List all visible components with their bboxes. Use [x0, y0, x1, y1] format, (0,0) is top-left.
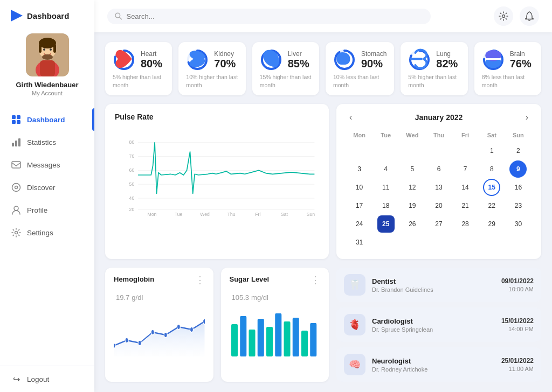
appt-hour: 14:00 PM — [501, 326, 534, 332]
sidebar-item-statistics[interactable]: Statistics — [0, 131, 94, 153]
organ-icon — [333, 48, 356, 72]
calendar-day[interactable]: 17 — [351, 197, 368, 214]
calendar-prev-button[interactable]: ‹ — [346, 111, 355, 123]
logout-button[interactable]: ↪ Logout — [0, 366, 94, 392]
avatar — [26, 33, 69, 76]
svg-rect-17 — [18, 138, 20, 146]
svg-point-65 — [151, 330, 154, 335]
health-card-top: Brain 76% — [482, 48, 534, 71]
pulse-rate-card: Pulse Rate 80 70 60 50 40 20 — [105, 104, 329, 259]
settings-icon — [11, 227, 22, 238]
main-content: Heart 80% 5% higher than last month Kidn… — [94, 0, 552, 392]
settings-button[interactable] — [494, 6, 513, 26]
calendar-day[interactable]: 16 — [509, 179, 527, 196]
health-card-stomach: Stomach 90% 10% less than last month — [326, 42, 394, 95]
sugar-menu[interactable]: ⋮ — [310, 275, 320, 285]
calendar-day — [483, 234, 500, 251]
calendar-day[interactable]: 2 — [509, 142, 527, 159]
calendar-day[interactable]: 24 — [351, 215, 368, 233]
calendar-day[interactable]: 28 — [457, 215, 474, 233]
svg-point-22 — [15, 232, 18, 234]
calendar-grid: MonTueWedThuFriSatSun1234567891011121314… — [346, 130, 532, 251]
appt-date: 15/01/2022 — [501, 317, 534, 325]
svg-rect-3 — [40, 60, 55, 76]
calendar-day[interactable]: 30 — [509, 215, 527, 233]
health-card-sub: 5% higher than last month — [408, 73, 460, 89]
search-bar[interactable] — [107, 9, 431, 24]
appt-time: 15/01/2022 14:00 PM — [501, 317, 534, 332]
calendar-day[interactable]: 22 — [483, 197, 500, 214]
calendar-day[interactable]: 13 — [430, 179, 447, 196]
notifications-button[interactable] — [520, 6, 539, 26]
sidebar-item-settings[interactable]: Settings — [0, 221, 94, 244]
health-ring — [482, 48, 505, 71]
appt-time: 09/01/2022 10:00 AM — [501, 277, 534, 292]
calendar-day[interactable]: 5 — [404, 160, 421, 178]
organ-icon — [186, 48, 209, 72]
health-card-kidney: Kidney 70% 10% higher than last month — [178, 42, 245, 95]
calendar-day — [457, 142, 474, 159]
calendar-day[interactable]: 10 — [351, 179, 368, 196]
calendar-day[interactable]: 14 — [457, 179, 474, 196]
calendar-day[interactable]: 4 — [377, 160, 395, 178]
calendar-day[interactable]: 9 — [509, 160, 527, 178]
svg-rect-6 — [39, 44, 42, 53]
appointment-item[interactable]: 🫀 Cardiologist Dr. Spruce Springclean 15… — [336, 307, 541, 342]
hemoglobin-menu[interactable]: ⋮ — [195, 275, 205, 285]
organ-icon — [260, 48, 282, 72]
svg-text:50: 50 — [129, 181, 135, 187]
health-cards-row: Heart 80% 5% higher than last month Kidn… — [105, 42, 541, 95]
calendar-day[interactable]: 3 — [351, 160, 368, 178]
calendar-day[interactable]: 20 — [430, 197, 447, 214]
calendar-dow: Thu — [425, 130, 452, 142]
calendar-day[interactable]: 19 — [404, 197, 421, 214]
svg-point-68 — [190, 327, 193, 332]
search-input[interactable] — [126, 12, 423, 20]
calendar-day[interactable]: 1 — [483, 142, 500, 159]
svg-text:80: 80 — [129, 140, 135, 145]
svg-point-62 — [114, 343, 115, 348]
calendar-next-button[interactable]: › — [522, 111, 532, 123]
calendar-day[interactable]: 6 — [430, 160, 447, 178]
health-ring — [408, 48, 431, 71]
appt-doctor: Dr. Spruce Springclean — [372, 326, 495, 333]
pulse-chart: 80 70 60 50 40 20 Mon Tue Wed Thu Fri Sa… — [115, 127, 319, 223]
dashboard-icon — [11, 114, 22, 125]
svg-point-21 — [14, 206, 18, 211]
appt-time: 25/01/2022 11:00 AM — [501, 357, 534, 372]
svg-point-10 — [42, 54, 53, 60]
appointment-item[interactable]: 🦷 Dentist Dr. Brandon Guidelines 09/01/2… — [336, 268, 541, 302]
calendar-day[interactable]: 31 — [351, 234, 368, 251]
calendar-day[interactable]: 25 — [377, 215, 395, 233]
sidebar-item-discover[interactable]: Discover — [0, 176, 94, 199]
organ-pct: 70% — [214, 58, 236, 70]
organ-pct: 80% — [141, 58, 162, 70]
calendar-day[interactable]: 15 — [483, 179, 500, 196]
health-ring — [333, 48, 356, 71]
health-card-sub: 8% less than last month — [482, 73, 534, 89]
calendar-day[interactable]: 7 — [457, 160, 474, 178]
logo-text: Dashboard — [27, 11, 69, 20]
hemoglobin-value: 19.7g/dl — [114, 287, 205, 304]
calendar-day[interactable]: 12 — [404, 179, 421, 196]
calendar-day[interactable]: 26 — [404, 215, 421, 233]
svg-text:Wed: Wed — [200, 212, 210, 217]
calendar-day[interactable]: 23 — [509, 197, 527, 214]
health-info: Heart 80% — [141, 50, 162, 70]
health-info: Lung 82% — [436, 50, 458, 70]
calendar-day[interactable]: 18 — [377, 197, 395, 214]
appointment-item[interactable]: 🧠 Neurologist Dr. Rodney Artichoke 25/01… — [336, 347, 541, 382]
calendar-day[interactable]: 27 — [430, 215, 447, 233]
sidebar-item-profile[interactable]: Profile — [0, 199, 94, 221]
calendar-day[interactable]: 11 — [377, 179, 395, 196]
health-card-sub: 10% less than last month — [333, 73, 387, 89]
calendar-day[interactable]: 29 — [483, 215, 500, 233]
sidebar-item-dashboard[interactable]: Dashboard — [0, 108, 94, 131]
appt-type: Neurologist — [372, 357, 495, 365]
svg-rect-12 — [17, 115, 20, 119]
calendar-day[interactable]: 21 — [457, 197, 474, 214]
svg-rect-14 — [17, 120, 20, 124]
calendar-day[interactable]: 8 — [483, 160, 500, 178]
sidebar-item-messages[interactable]: Messages — [0, 153, 94, 176]
logo[interactable]: Dashboard — [0, 0, 94, 28]
